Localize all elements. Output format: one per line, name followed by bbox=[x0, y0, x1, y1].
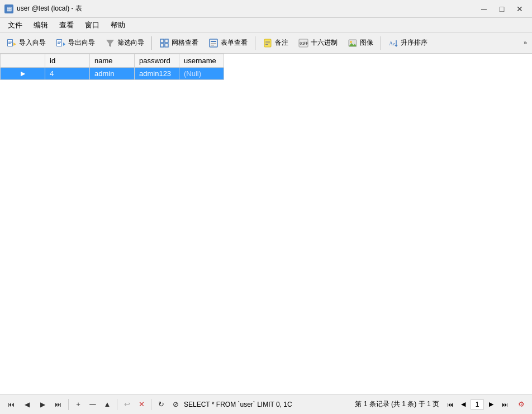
svg-text:FF: FF bbox=[303, 41, 308, 46]
status-bar: ⏮ ◀ ▶ ⏭ + ─ ▲ ↩ ✕ ↻ ⊘ SELECT * FROM `use… bbox=[0, 394, 532, 414]
svg-rect-4 bbox=[8, 43, 11, 44]
close-button[interactable]: ✕ bbox=[512, 3, 528, 15]
import-icon bbox=[7, 38, 17, 48]
menu-window[interactable]: 窗口 bbox=[79, 19, 105, 31]
svg-rect-1 bbox=[8, 40, 12, 46]
form-view-button[interactable]: 表单查看 bbox=[204, 35, 252, 51]
note-icon bbox=[263, 38, 273, 48]
image-button[interactable]: 图像 bbox=[343, 35, 378, 51]
column-header-username[interactable]: username bbox=[179, 54, 224, 68]
table-container: id name password username ▶ 4 admin admi… bbox=[0, 54, 532, 394]
hex-icon: 01 FF bbox=[298, 38, 308, 48]
nav-add-button[interactable]: + bbox=[72, 398, 84, 411]
hex-button[interactable]: 01 FF 十六进制 bbox=[294, 35, 342, 51]
note-button[interactable]: 备注 bbox=[258, 35, 293, 51]
note-label: 备注 bbox=[275, 38, 288, 48]
row-indicator: ▶ bbox=[1, 68, 45, 80]
menu-bar: 文件 编辑 查看 窗口 帮助 bbox=[0, 18, 532, 32]
export-icon bbox=[56, 38, 66, 48]
status-sql: SELECT * FROM `user` LIMIT 0, 1C bbox=[184, 401, 353, 408]
nav-prev-button[interactable]: ◀ bbox=[20, 398, 34, 411]
toolbar: 导入向导 导出向导 筛选向导 bbox=[0, 32, 532, 54]
filter-icon bbox=[105, 38, 115, 48]
sort-button[interactable]: A z 升序排序 bbox=[384, 35, 432, 51]
app-icon: ▦ bbox=[4, 4, 13, 13]
svg-rect-2 bbox=[8, 41, 12, 41]
nav-first-button[interactable]: ⏮ bbox=[4, 398, 18, 411]
minimize-button[interactable]: ─ bbox=[476, 3, 492, 15]
nav-divider-1 bbox=[68, 399, 69, 410]
menu-edit[interactable]: 编辑 bbox=[28, 19, 54, 31]
grid-view-button[interactable]: 网格查看 bbox=[155, 35, 203, 51]
svg-rect-16 bbox=[165, 44, 168, 47]
title-controls: ─ □ ✕ bbox=[476, 3, 528, 15]
cell-id[interactable]: 4 bbox=[45, 68, 90, 80]
form-icon bbox=[208, 38, 218, 48]
svg-marker-11 bbox=[63, 43, 65, 46]
menu-help[interactable]: 帮助 bbox=[105, 19, 131, 31]
page-next-button[interactable]: ▶ bbox=[485, 398, 497, 411]
nav-remove-button[interactable]: ─ bbox=[87, 398, 99, 411]
nav-up-button[interactable]: ▲ bbox=[101, 398, 113, 411]
nav-next-button[interactable]: ▶ bbox=[36, 398, 49, 411]
import-wizard-label: 导入向导 bbox=[19, 38, 46, 48]
svg-marker-5 bbox=[13, 43, 16, 46]
toolbar-end: » bbox=[521, 35, 530, 51]
svg-rect-7 bbox=[57, 40, 61, 46]
filter-wizard-button[interactable]: 筛选向导 bbox=[101, 35, 149, 51]
svg-rect-13 bbox=[160, 39, 164, 43]
svg-marker-12 bbox=[106, 40, 114, 47]
nav-divider-2 bbox=[117, 399, 117, 410]
page-first-button[interactable]: ⏮ bbox=[444, 398, 456, 411]
svg-rect-9 bbox=[58, 42, 61, 43]
page-current[interactable]: 1 bbox=[471, 399, 484, 410]
svg-rect-15 bbox=[160, 44, 164, 47]
grid-icon bbox=[159, 38, 169, 48]
export-wizard-label: 导出向导 bbox=[68, 38, 95, 48]
svg-rect-23 bbox=[265, 43, 270, 43]
null-value: (Null) bbox=[184, 69, 201, 78]
svg-rect-20 bbox=[211, 45, 214, 46]
toolbar-more-button[interactable]: » bbox=[521, 35, 530, 51]
maximize-button[interactable]: □ bbox=[494, 3, 510, 15]
svg-rect-14 bbox=[165, 39, 168, 43]
column-header-password[interactable]: password bbox=[135, 54, 179, 68]
page-info: 第 1 条记录 (共 1 条) 于 1 页 bbox=[355, 399, 439, 409]
import-wizard-button[interactable]: 导入向导 bbox=[2, 35, 50, 51]
nav-undo-button[interactable]: ↩ bbox=[121, 398, 133, 411]
filter-wizard-label: 筛选向导 bbox=[117, 38, 144, 48]
cell-name[interactable]: admin bbox=[90, 68, 135, 80]
menu-view[interactable]: 查看 bbox=[54, 19, 79, 31]
svg-rect-24 bbox=[265, 44, 268, 45]
nav-last-button[interactable]: ⏭ bbox=[51, 398, 65, 411]
divider-2 bbox=[255, 36, 255, 50]
svg-rect-18 bbox=[211, 41, 216, 42]
nav-refresh-button[interactable]: ↻ bbox=[155, 398, 167, 411]
settings-icon-button[interactable]: ⚙ bbox=[515, 398, 528, 411]
svg-rect-19 bbox=[211, 43, 216, 44]
nav-clear-button[interactable]: ⊘ bbox=[169, 398, 182, 411]
grid-view-label: 网格查看 bbox=[172, 38, 198, 48]
svg-rect-10 bbox=[58, 43, 60, 44]
status-right: 第 1 条记录 (共 1 条) 于 1 页 ⏮ ◀ 1 ▶ ⏭ ⚙ bbox=[355, 398, 528, 411]
sort-label: 升序排序 bbox=[401, 38, 428, 48]
page-last-button[interactable]: ⏭ bbox=[498, 398, 511, 411]
cell-password[interactable]: admin123 bbox=[135, 68, 179, 80]
column-header-id[interactable]: id bbox=[45, 54, 90, 68]
image-icon bbox=[348, 38, 358, 48]
svg-text:z: z bbox=[393, 41, 395, 46]
column-header-name[interactable]: name bbox=[90, 54, 135, 68]
nav-divider-3 bbox=[151, 399, 151, 410]
row-indicator-header bbox=[1, 54, 45, 68]
page-prev-button[interactable]: ◀ bbox=[457, 398, 469, 411]
nav-delete-button[interactable]: ✕ bbox=[135, 398, 148, 411]
svg-point-29 bbox=[350, 41, 352, 43]
cell-username[interactable]: (Null) bbox=[179, 68, 224, 80]
menu-file[interactable]: 文件 bbox=[2, 19, 28, 31]
image-label: 图像 bbox=[360, 38, 373, 48]
sort-icon: A z bbox=[388, 38, 398, 48]
svg-rect-22 bbox=[265, 41, 270, 41]
export-wizard-button[interactable]: 导出向导 bbox=[51, 35, 99, 51]
table-row[interactable]: ▶ 4 admin admin123 (Null) bbox=[1, 68, 224, 80]
svg-rect-8 bbox=[58, 41, 61, 41]
